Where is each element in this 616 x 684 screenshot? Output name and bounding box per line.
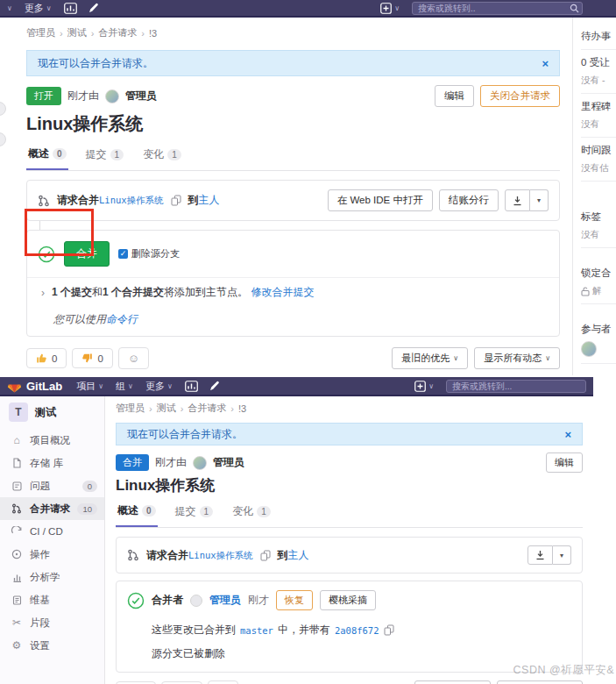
target-branch-link[interactable]: 主人 xyxy=(288,549,309,561)
chevron-right-icon[interactable]: › xyxy=(41,287,45,299)
participant-avatar[interactable] xyxy=(581,341,597,357)
download-icon[interactable] xyxy=(527,545,553,565)
download-caret[interactable]: ▾ xyxy=(530,189,549,211)
milestone-title[interactable]: 里程碑 xyxy=(581,100,616,113)
assignee-value: 没有 - xyxy=(581,75,616,87)
sidebar-item-snippets[interactable]: ✂ 片段 xyxy=(0,611,104,634)
todo-button[interactable]: 待办事 xyxy=(581,31,612,41)
breadcrumb-mr[interactable]: 合并请求 xyxy=(98,26,137,39)
issues-count-badge: 0 xyxy=(82,481,97,492)
nav-more-menu[interactable]: 更多 ∨ xyxy=(25,2,52,15)
source-branch-link[interactable]: Linux操作系统 xyxy=(188,550,253,560)
sort-oldest-dropdown[interactable]: 最旧的优先 ∨ xyxy=(392,347,468,369)
gitlab-brand[interactable]: GitLab xyxy=(7,379,62,393)
thumbs-down-button[interactable]: 0 xyxy=(72,348,112,368)
emoji-button[interactable]: ☺ xyxy=(208,680,238,684)
chevron-down-icon: ∨ xyxy=(394,4,400,12)
copy-icon[interactable] xyxy=(384,624,394,636)
sidebar-item-settings[interactable]: ⚙ 设置 xyxy=(0,634,104,657)
sidebar-item-wiki[interactable]: 维基 xyxy=(0,588,104,611)
tab-changes[interactable]: 变化 1 xyxy=(141,141,183,170)
modify-merge-commit-link[interactable]: 修改合并提交 xyxy=(251,286,314,298)
cicd-icon xyxy=(11,526,23,537)
close-mr-button[interactable]: 关闭合并请求 xyxy=(480,85,560,107)
chevron-down-icon: ∨ xyxy=(167,382,173,390)
sidebar-item-cicd[interactable]: CI / CD xyxy=(0,520,104,543)
command-line-link[interactable]: 命令行 xyxy=(106,313,138,325)
target-branch-link[interactable]: 主人 xyxy=(199,194,220,206)
unlock-icon xyxy=(581,287,590,296)
pen-icon[interactable] xyxy=(88,3,99,14)
edit-button[interactable]: 编辑 xyxy=(546,452,583,473)
breadcrumb: 管理员 › 测试 › 合并请求 › !3 xyxy=(26,26,560,39)
award-row: 0 0 ☺ 最旧的优先 ∨ 显示所有动态 ∨ xyxy=(116,680,583,684)
sidebar-item-operations[interactable]: 操作 xyxy=(0,543,104,566)
nav-groups-menu[interactable]: 组 ∨ xyxy=(116,380,133,393)
tab-commits[interactable]: 提交 1 xyxy=(173,498,216,527)
copy-icon[interactable] xyxy=(171,195,181,206)
commit-sha-link[interactable]: 2a08f672 xyxy=(335,625,379,636)
nav-more-menu[interactable]: 更多 ∨ xyxy=(145,380,173,393)
merge-ready-alert: 现在可以合并合并请求。 × xyxy=(116,423,583,445)
sidebar-item-merge-requests[interactable]: 合并请求 10 xyxy=(0,497,104,520)
sidebar-item-issues[interactable]: 问题 0 xyxy=(0,474,104,497)
tab-overview[interactable]: 概述 0 xyxy=(26,141,68,170)
tab-commits[interactable]: 提交 1 xyxy=(84,141,126,170)
assignee-title[interactable]: 0 受让 xyxy=(581,56,616,69)
merge-button[interactable]: 合并 xyxy=(64,241,110,267)
pen-icon[interactable] xyxy=(209,381,220,392)
delete-source-checkbox[interactable]: ✓ 删除源分支 xyxy=(118,247,180,260)
sidebar-item-overview[interactable]: ⌂ 项目概况 xyxy=(0,429,104,452)
partial-caret-icon[interactable]: ∨ xyxy=(7,4,12,12)
merged-by-label: 合并者 xyxy=(152,593,183,608)
project-header[interactable]: T 测试 xyxy=(0,396,104,429)
close-icon[interactable]: × xyxy=(564,428,571,441)
labels-title[interactable]: 标签 xyxy=(581,210,616,224)
download-caret[interactable]: ▾ xyxy=(553,545,571,565)
avatar[interactable] xyxy=(190,595,202,607)
nav-projects-menu[interactable]: 项目 ∨ xyxy=(76,380,103,393)
tab-overview[interactable]: 概述 0 xyxy=(116,498,158,527)
target-branch-ref[interactable]: master xyxy=(240,625,273,636)
cherry-pick-button[interactable]: 樱桃采摘 xyxy=(320,590,376,610)
close-icon[interactable]: × xyxy=(542,57,549,70)
checkout-branch-button[interactable]: 结账分行 xyxy=(439,189,499,211)
breadcrumb-group[interactable]: 管理员 xyxy=(26,26,55,39)
analytics-chart-icon[interactable] xyxy=(64,3,77,14)
lock-mr-title[interactable]: 锁定合 xyxy=(581,267,616,280)
merged-author-link[interactable]: 管理员 xyxy=(209,593,241,608)
new-plus-menu[interactable]: ∨ xyxy=(414,381,434,392)
thumbs-up-button[interactable]: 0 xyxy=(26,348,67,368)
operations-icon xyxy=(11,549,23,559)
search-icon[interactable] xyxy=(570,4,579,13)
source-branch-deleted-note: 源分支已被删除 xyxy=(117,641,582,672)
tab-changes[interactable]: 变化 1 xyxy=(230,498,273,527)
search-input[interactable] xyxy=(446,380,586,393)
emoji-button[interactable]: ☺ xyxy=(118,347,149,369)
bar-chart-icon xyxy=(11,573,23,582)
avatar[interactable] xyxy=(193,456,207,470)
breadcrumb-project[interactable]: 测试 xyxy=(67,26,87,39)
activity-filter-dropdown[interactable]: 显示所有动态 ∨ xyxy=(497,680,583,684)
edit-button[interactable]: 编辑 xyxy=(435,85,474,107)
breadcrumb-mr-id[interactable]: !3 xyxy=(238,403,246,414)
analytics-chart-icon[interactable] xyxy=(185,381,198,392)
breadcrumb-mr-id[interactable]: !3 xyxy=(149,28,157,39)
avatar[interactable] xyxy=(105,89,119,103)
author-name[interactable]: 管理员 xyxy=(213,455,244,470)
revert-button[interactable]: 恢复 xyxy=(276,590,313,610)
search-input[interactable] xyxy=(412,2,583,15)
sidebar-item-analytics[interactable]: 分析学 xyxy=(0,566,104,588)
activity-filter-dropdown[interactable]: 显示所有动态 ∨ xyxy=(474,347,560,369)
copy-icon[interactable] xyxy=(260,550,271,561)
web-ide-button[interactable]: 在 Web IDE 中打开 xyxy=(328,189,433,211)
download-icon[interactable] xyxy=(505,189,530,211)
sort-oldest-dropdown[interactable]: 最旧的优先 ∨ xyxy=(414,680,491,684)
author-name[interactable]: 管理员 xyxy=(125,89,157,103)
breadcrumb-project[interactable]: 测试 xyxy=(157,402,176,415)
source-branch-link[interactable]: Linux操作系统 xyxy=(99,195,164,205)
breadcrumb-group[interactable]: 管理员 xyxy=(116,402,145,415)
new-plus-menu[interactable]: ∨ xyxy=(380,3,400,14)
sidebar-item-repository[interactable]: 存储 库 xyxy=(0,452,104,474)
breadcrumb-mr[interactable]: 合并请求 xyxy=(188,402,226,415)
